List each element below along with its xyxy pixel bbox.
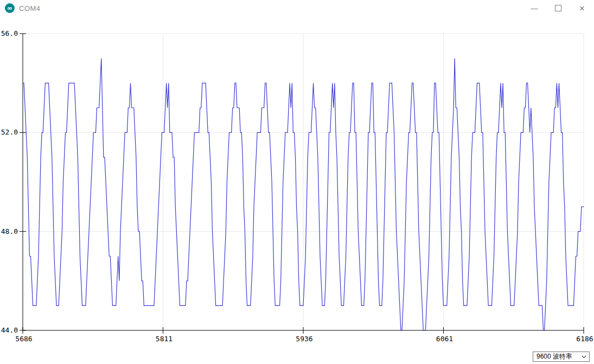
x-tick-label: 5811: [156, 335, 173, 343]
arduino-logo-icon: ∞: [5, 3, 15, 13]
x-tick-label: 5936: [296, 335, 312, 343]
y-tick-label: 48.0: [1, 227, 18, 235]
baud-rate-value: 9600 波特率: [533, 352, 572, 361]
maximize-button[interactable]: [546, 0, 570, 16]
y-tick-label: 52.0: [1, 128, 18, 136]
minimize-button[interactable]: —: [522, 0, 546, 16]
serial-plot: 44.048.052.056.056865811593660616186: [0, 0, 594, 364]
window-controls: — ✕: [522, 0, 594, 16]
close-button[interactable]: ✕: [570, 0, 594, 16]
serial-plotter-window: ∞ COM4 — ✕ 44.048.052.056.05686581159366…: [0, 0, 594, 364]
x-tick-label: 6061: [436, 335, 453, 343]
window-title: COM4: [19, 4, 41, 12]
y-tick-label: 44.0: [1, 326, 18, 334]
chevron-down-icon: [582, 355, 586, 359]
x-tick-label: 5686: [15, 335, 32, 343]
status-bar: 9600 波特率: [0, 350, 594, 364]
x-tick-label: 6186: [576, 335, 593, 343]
y-tick-label: 56.0: [1, 29, 18, 37]
maximize-icon: [555, 5, 561, 11]
baud-rate-select[interactable]: 9600 波特率: [533, 352, 590, 362]
title-bar: ∞ COM4 — ✕: [0, 0, 594, 16]
